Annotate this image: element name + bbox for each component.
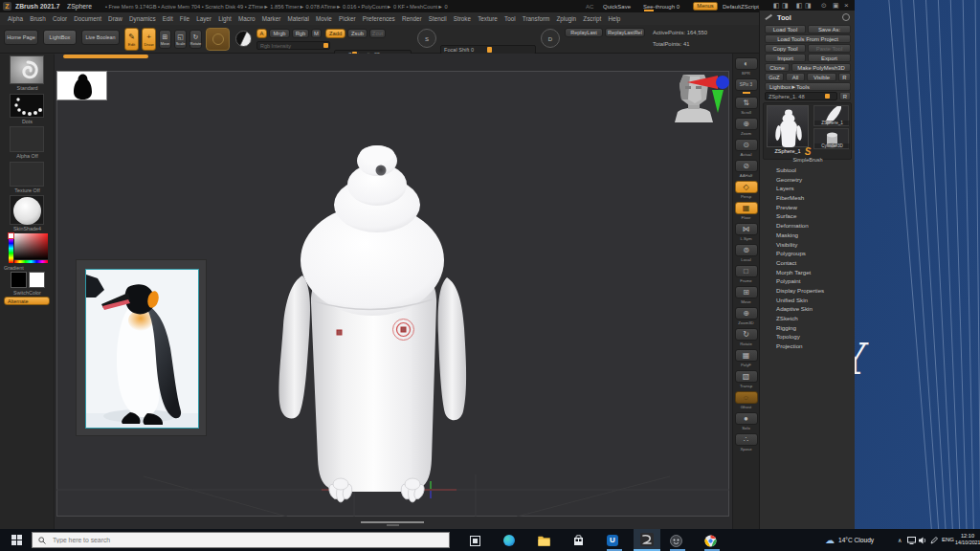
store-button[interactable] (570, 533, 586, 548)
current-stroke-thumbnail[interactable] (10, 94, 44, 118)
section-contact[interactable]: Contact (760, 258, 856, 268)
solo-button[interactable]: ●Solo (734, 412, 759, 430)
menu-marker[interactable]: Marker (262, 15, 281, 22)
color-picker[interactable] (9, 233, 48, 263)
zsub-button[interactable]: Zsub (347, 29, 368, 38)
tool-item-slider[interactable]: ZSphere_1. 48 (765, 92, 837, 100)
current-material-thumbnail[interactable] (10, 195, 44, 225)
u-app-button[interactable]: U (605, 533, 620, 548)
menu-material[interactable]: Material (287, 15, 308, 22)
reference-image-frame[interactable] (76, 259, 207, 436)
section-layers[interactable]: Layers (760, 184, 856, 193)
tray-pen-icon[interactable] (930, 537, 938, 544)
lsym-button[interactable]: ⋈L.Sym (734, 223, 759, 241)
scroll-button[interactable]: ⇅Scroll (734, 97, 759, 115)
weather-widget[interactable]: ☁ 14°C Cloudy (821, 529, 894, 551)
home-page-button[interactable]: Home Page (4, 30, 38, 45)
menu-picker[interactable]: Picker (339, 15, 356, 22)
menu-light[interactable]: Light (218, 15, 232, 22)
m-button[interactable]: M (311, 29, 322, 38)
current-brush-thumbnail[interactable] (10, 55, 44, 84)
section-fibermesh[interactable]: FiberMesh (760, 193, 856, 203)
menu-help[interactable]: Help (608, 15, 620, 22)
goz-r-button[interactable]: R (838, 73, 851, 81)
chrome-button[interactable] (702, 533, 718, 548)
rgb-button[interactable]: Rgb (292, 29, 309, 38)
menu-render[interactable]: Render (402, 15, 422, 22)
move-button[interactable]: ⊞ Move (159, 30, 171, 49)
alternate-button[interactable]: Alternate (4, 297, 50, 305)
goz-all-button[interactable]: All (786, 73, 805, 81)
default-zscript-button[interactable]: DefaultZScript (723, 4, 759, 10)
ghost-button[interactable]: ◌Ghost (734, 391, 759, 409)
palette-gear-icon[interactable] (842, 13, 850, 21)
section-preview[interactable]: Preview (760, 203, 856, 212)
section-polypaint[interactable]: Polypaint (760, 276, 856, 286)
section-adaptive-skin[interactable]: Adaptive Skin (760, 304, 856, 314)
load-tool-button[interactable]: Load Tool (765, 25, 806, 33)
draw-button[interactable]: + Draw (142, 28, 156, 51)
menu-macro[interactable]: Macro (238, 15, 256, 22)
menu-texture[interactable]: Texture (478, 15, 498, 22)
see-through-handle[interactable] (644, 10, 654, 11)
menu-draw[interactable]: Draw (108, 15, 122, 22)
paste-tool-button[interactable]: Paste Tool (808, 44, 851, 53)
section-surface[interactable]: Surface (760, 211, 856, 221)
menu-transform[interactable]: Transform (523, 15, 549, 22)
menu-edit[interactable]: Edit (163, 15, 173, 22)
search-box[interactable] (32, 532, 450, 548)
stroke-badge-icon[interactable]: S (417, 29, 436, 48)
canvas-scrollbar-horizontal[interactable] (361, 521, 424, 523)
task-view-button[interactable] (467, 533, 482, 548)
zcut-button[interactable]: Zcut (369, 29, 386, 38)
replay-last-button[interactable]: ReplayLast (565, 28, 603, 37)
tray-clock[interactable]: 12:10 14/10/2021 (955, 533, 980, 546)
menu-tool[interactable]: Tool (504, 15, 516, 22)
shelf-right-icon[interactable]: ◨ (805, 2, 812, 10)
see-through-slider[interactable]: See-through 0 (643, 4, 679, 10)
sculptris-pro-button[interactable] (206, 28, 230, 51)
actual-button[interactable]: ⊙Actual (734, 139, 759, 157)
dock-right-icon[interactable]: ◨ (782, 2, 789, 10)
section-rigging[interactable]: Rigging (760, 323, 856, 333)
persp-button[interactable]: ◇Persp (734, 181, 759, 199)
alpha-channel-button[interactable]: A (256, 29, 267, 38)
goz-visible-button[interactable]: Visible (807, 73, 836, 81)
menu-alpha[interactable]: Alpha (8, 15, 23, 22)
tray-chevron-icon[interactable]: ∧ (898, 537, 902, 543)
spix-handle[interactable] (743, 92, 750, 94)
recent-tool-1-thumbnail[interactable]: ZSphere_1 (813, 105, 849, 126)
floor-button[interactable]: ▦Floor (734, 202, 759, 220)
section-zsketch[interactable]: ZSketch (760, 314, 856, 323)
rotate3d-button[interactable]: ↻Rotate (734, 328, 759, 346)
section-subtool[interactable]: Subtool (760, 165, 856, 175)
zoom-button[interactable]: ⊕Zoom (734, 118, 759, 136)
bpr-button[interactable]: ◐BPR (734, 57, 759, 76)
cam-app-button[interactable] (668, 533, 683, 548)
section-deformation[interactable]: Deformation (760, 221, 856, 231)
current-alpha-thumbnail[interactable] (10, 126, 44, 152)
goz-button[interactable]: GoZ (765, 73, 784, 81)
section-unified-skin[interactable]: Unified Skin (760, 296, 856, 305)
active-tool-thumbnail[interactable] (767, 105, 809, 147)
lightbox-tools-button[interactable]: Lightbox►Tools (765, 82, 851, 91)
rgb-intensity-handle[interactable] (323, 43, 328, 48)
search-input[interactable] (51, 536, 342, 544)
file-explorer-button[interactable] (536, 533, 551, 548)
menus-button[interactable]: Menus (693, 2, 718, 11)
mrgb-button[interactable]: Mrgb (269, 29, 290, 38)
lightbox-button[interactable]: LightBox (43, 30, 77, 45)
menu-file[interactable]: File (180, 15, 189, 22)
quicksave-button[interactable]: QuickSave (603, 4, 631, 10)
section-topology[interactable]: Topology (760, 332, 856, 342)
material-sphere-icon[interactable] (235, 31, 252, 47)
section-display-properties[interactable]: Display Properties (760, 286, 856, 296)
move3d-button[interactable]: ⊞Move (734, 286, 759, 304)
menu-dynamics[interactable]: Dynamics (129, 15, 156, 22)
menu-color[interactable]: Color (53, 15, 67, 22)
menu-movie[interactable]: Movie (316, 15, 332, 22)
camera-orientation-widget[interactable] (668, 70, 732, 177)
edge-taskbar-button[interactable] (501, 533, 517, 548)
shelf-left-icon[interactable]: ◧ (796, 2, 803, 10)
edit-button[interactable]: ✎ Edit (124, 28, 139, 51)
